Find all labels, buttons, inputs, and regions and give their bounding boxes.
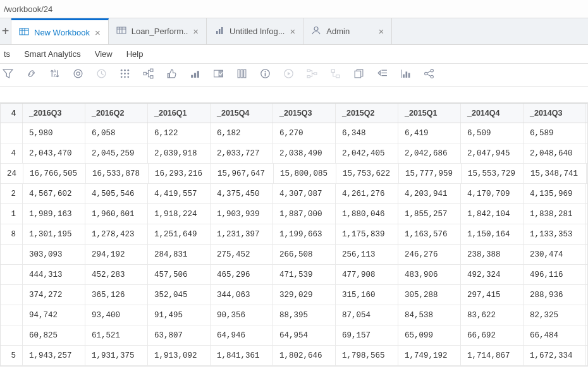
close-icon[interactable]: × [290, 26, 296, 37]
table-cell: 84,538 [398, 305, 461, 325]
table-header-cell[interactable]: 4 [1, 104, 23, 123]
table-cell: 275,452 [211, 245, 273, 264]
url-bar[interactable]: /workbook/24 [0, 0, 588, 18]
svg-text:Z: Z [53, 73, 56, 78]
table-cell: 1,943,257 [23, 346, 85, 365]
table-cell: 4 [1, 143, 23, 163]
table-header-cell[interactable]: _2014Q3 [524, 104, 586, 123]
bar-chart-icon[interactable] [400, 68, 411, 82]
table-cell: 471,539 [273, 265, 336, 284]
svg-point-38 [264, 71, 266, 72]
data-grid[interactable]: 4_2016Q3_2016Q2_2016Q1_2015Q4_2015Q3_201… [0, 102, 588, 367]
table-cell: 1,841,361 [211, 346, 273, 365]
table-header-cell[interactable]: _2015Q4 [211, 104, 273, 123]
table-row[interactable]: 51,943,2571,931,3751,913,0921,841,3611,8… [1, 346, 587, 366]
columns-icon[interactable] [236, 68, 247, 82]
table-cell: 1,838,281 [524, 204, 586, 224]
play-icon[interactable] [283, 68, 294, 82]
table-cell: 4,307,087 [273, 184, 336, 203]
copy-out-icon[interactable] [353, 68, 364, 82]
table-row[interactable]: 24,567,6024,505,5464,419,5574,375,4504,3… [1, 184, 587, 204]
table-row[interactable]: 60,82561,52163,80764,94664,95469,15765,0… [1, 325, 587, 346]
new-tab-button[interactable]: + [0, 18, 11, 44]
thumbs-up-icon[interactable] [166, 68, 177, 82]
table-cell: 284,831 [148, 245, 211, 264]
table-cell: 1,133,353 [524, 224, 586, 244]
table-row[interactable]: 444,313452,283457,506465,296471,539477,9… [1, 265, 587, 285]
table-cell: 374,272 [23, 285, 85, 305]
tab-label: Untitled Infog... [230, 27, 285, 36]
clock-icon[interactable] [96, 68, 107, 82]
table-cell: 1,913,092 [148, 346, 211, 365]
table-row[interactable]: 303,093294,192284,831275,452266,508256,1… [1, 245, 587, 265]
close-icon[interactable]: × [95, 27, 101, 38]
tabs-row: + New Workbook×Loan_Perform..×Untitled I… [0, 18, 588, 45]
svg-rect-36 [244, 70, 246, 78]
table-cell: 66,692 [461, 325, 524, 345]
table-header-cell[interactable]: _2016Q1 [148, 104, 211, 123]
tab-untitled-infog-[interactable]: Untitled Infog...× [207, 18, 303, 44]
table-row[interactable]: 94,74293,40091,49590,35688,39587,05484,5… [1, 305, 587, 325]
tab-new-workbook[interactable]: New Workbook× [11, 18, 109, 44]
table-cell: 6,509 [461, 123, 524, 143]
table-cell [1, 325, 23, 345]
table-header-cell[interactable]: _2016Q2 [85, 104, 148, 123]
table-cell: 4,203,941 [398, 184, 461, 203]
table-cell: 1,842,104 [461, 204, 524, 224]
tree-icon[interactable] [143, 68, 154, 82]
table-row[interactable]: 81,301,1951,278,4231,251,6491,231,3971,1… [1, 224, 587, 245]
svg-rect-41 [307, 70, 310, 71]
outdent-icon[interactable] [377, 68, 388, 82]
table-cell: 256,113 [336, 245, 398, 264]
grid-dots-icon[interactable] [119, 68, 130, 82]
svg-rect-26 [144, 72, 146, 75]
table-header-cell[interactable]: _2015Q3 [273, 104, 336, 123]
ring-icon[interactable] [73, 68, 83, 82]
table-row[interactable]: 42,043,4702,045,2592,039,9182,033,7272,0… [1, 143, 587, 164]
menu-item-smart-analytics[interactable]: Smart Analytics [24, 49, 81, 59]
menu-item-ts[interactable]: ts [4, 49, 10, 59]
link-icon[interactable] [26, 68, 37, 82]
svg-rect-46 [355, 71, 361, 78]
svg-rect-10 [221, 27, 223, 34]
table-row[interactable]: 5,9806,0586,1226,1826,2706,3486,4196,509… [1, 123, 587, 143]
flow2-icon[interactable] [330, 68, 341, 82]
info-icon[interactable] [260, 68, 271, 82]
table-cell: 452,283 [85, 265, 148, 284]
table-cell: 2,045,259 [85, 143, 148, 163]
table-row[interactable]: 374,272365,126352,045344,063329,029315,1… [1, 285, 587, 305]
table-cell: 477,908 [336, 265, 398, 284]
table-row[interactable]: 2416,766,50516,533,87816,293,21615,967,6… [1, 164, 587, 184]
table-row[interactable]: 11,989,1631,960,6011,918,2241,903,9391,8… [1, 204, 587, 224]
menu-item-view[interactable]: View [95, 49, 113, 59]
table-cell: 15,553,729 [462, 164, 524, 183]
menu-item-help[interactable]: Help [126, 49, 144, 59]
table-cell: 66,484 [524, 325, 586, 345]
funnel-icon[interactable] [3, 68, 13, 82]
flow1-icon[interactable] [307, 68, 317, 82]
table-cell: 4,170,709 [461, 184, 524, 203]
table-cell: 4,375,450 [211, 184, 273, 203]
close-icon[interactable]: × [193, 26, 199, 37]
sort-icon[interactable]: AZ [49, 68, 60, 82]
table-header-cell[interactable]: _2015Q2 [336, 104, 398, 123]
table-header-cell[interactable]: _2016Q3 [23, 104, 85, 123]
svg-point-17 [121, 70, 123, 71]
table-cell: 1,175,839 [336, 224, 398, 244]
table-header-cell[interactable]: _2015Q1 [398, 104, 461, 123]
tab-loan-perform-[interactable]: Loan_Perform..× [109, 18, 207, 44]
close-icon[interactable]: × [379, 26, 384, 37]
table-cell: 2,047,945 [461, 143, 524, 163]
table-header-cell[interactable]: _2014Q4 [461, 104, 524, 123]
table-cell: 4,419,557 [148, 184, 211, 203]
table-cell: 1,749,192 [398, 346, 461, 365]
table-cell: 1,301,195 [23, 224, 85, 244]
bars-step-icon[interactable] [190, 68, 200, 82]
svg-point-52 [431, 75, 433, 78]
table-cell: 6,058 [85, 123, 148, 143]
table-cell: 6,419 [398, 123, 461, 143]
kpi-card-icon[interactable] [213, 68, 224, 82]
tab-admin[interactable]: Admin× [303, 18, 392, 44]
share-nodes-icon[interactable] [424, 68, 434, 82]
table-cell: 1,231,397 [211, 224, 273, 244]
